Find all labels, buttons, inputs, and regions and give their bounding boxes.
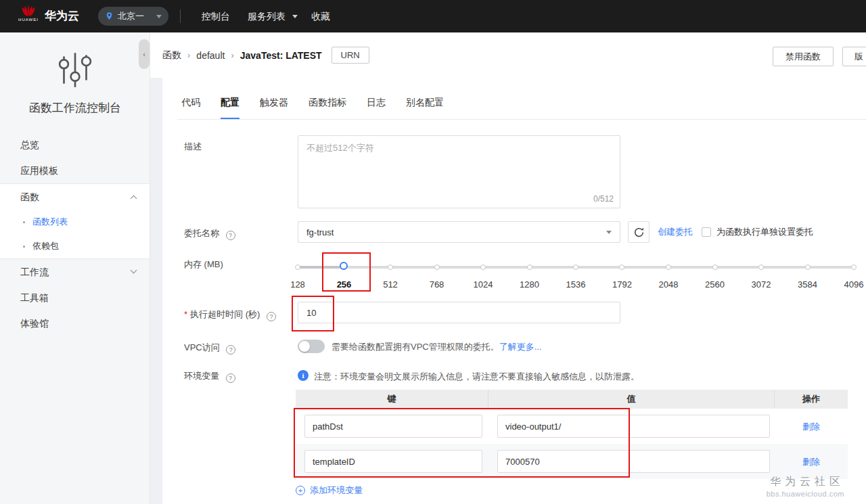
sidebar-item-overview[interactable]: 总览: [0, 132, 150, 158]
memory-stop-label-selected[interactable]: 256: [337, 279, 352, 290]
memory-stop-label[interactable]: 1792: [612, 279, 632, 290]
sidebar-item-workflow-label: 工作流: [20, 267, 49, 277]
sidebar-group-functions: 函数 函数列表 依赖包: [0, 183, 150, 259]
top-nav-bar: HUAWEI 华为云 北京一 控制台 服务列表 收藏: [0, 0, 866, 32]
tab-alias[interactable]: 别名配置: [406, 97, 444, 119]
disable-function-button[interactable]: 禁用函数: [773, 47, 834, 66]
slider-tick[interactable]: [388, 265, 393, 270]
sidebar-item-function-list-label: 函数列表: [32, 216, 68, 227]
help-icon[interactable]: ?: [226, 373, 235, 383]
required-asterisk: *: [184, 309, 187, 319]
memory-stop-label[interactable]: 4096: [844, 279, 864, 290]
breadcrumb-functions[interactable]: 函数: [162, 49, 181, 62]
sidebar-item-templates[interactable]: 应用模板: [0, 158, 150, 183]
description-textarea[interactable]: [298, 135, 620, 208]
slider-tick[interactable]: [851, 265, 857, 270]
vpc-label-text: VPC访问: [184, 342, 220, 352]
huawei-flower-icon: [15, 4, 42, 17]
timeout-label: *执行超时时间 (秒) ?: [184, 308, 276, 321]
chevron-down-icon: [292, 15, 298, 18]
urn-button[interactable]: URN: [332, 47, 369, 64]
help-icon[interactable]: ?: [226, 231, 235, 240]
memory-stop-label[interactable]: 3072: [752, 279, 771, 290]
memory-stop-label[interactable]: 128: [290, 279, 305, 290]
config-panel: 代码 配置 触发器 函数指标 日志 别名配置 描述 0/512 委托名称 ? f…: [162, 78, 866, 504]
memory-stop-label[interactable]: 768: [430, 279, 445, 290]
create-agency-link[interactable]: 创建委托: [658, 226, 693, 238]
nav-console[interactable]: 控制台: [202, 0, 230, 32]
tab-metrics[interactable]: 函数指标: [309, 97, 346, 119]
sidebar-item-function-list[interactable]: 函数列表: [0, 210, 150, 234]
tab-code[interactable]: 代码: [181, 97, 200, 119]
add-env-variable-button[interactable]: + 添加环境变量: [296, 484, 363, 497]
memory-stop-label[interactable]: 1280: [520, 279, 539, 290]
memory-stop-label[interactable]: 2560: [705, 279, 725, 290]
memory-stop-label[interactable]: 1024: [474, 279, 493, 290]
add-env-variable-label: 添加环境变量: [310, 484, 363, 497]
memory-stop-label[interactable]: 2048: [659, 279, 679, 290]
sidebar-item-workflow[interactable]: 工作流: [0, 259, 150, 285]
sidebar-item-experience[interactable]: 体验馆: [0, 311, 150, 336]
delete-row-link[interactable]: 删除: [802, 421, 820, 432]
env-value-input[interactable]: [497, 450, 770, 473]
learn-more-link[interactable]: 了解更多...: [499, 342, 542, 352]
huawei-logo[interactable]: HUAWEI: [15, 4, 42, 22]
table-row: 删除: [296, 409, 848, 444]
help-icon[interactable]: ?: [226, 345, 235, 354]
sidebar-item-functions[interactable]: 函数: [0, 184, 150, 210]
tab-triggers[interactable]: 触发器: [260, 97, 288, 119]
nav-favorites[interactable]: 收藏: [311, 0, 330, 32]
memory-stop-label[interactable]: 512: [383, 279, 398, 290]
sidebar-item-dependencies[interactable]: 依赖包: [0, 234, 150, 258]
slider-tick[interactable]: [434, 265, 440, 270]
slider-tick[interactable]: [573, 265, 578, 270]
toggle-knob: [299, 341, 310, 352]
tab-configuration[interactable]: 配置: [221, 97, 240, 119]
slider-tick[interactable]: [758, 265, 764, 270]
description-label: 描述: [184, 140, 202, 154]
env-key-input[interactable]: [304, 415, 482, 438]
watermark-url: bbs.huaweicloud.com: [767, 490, 844, 498]
env-notice: 注意：环境变量会明文展示所输入信息，请注意不要直接输入敏感信息，以防泄露。: [314, 371, 639, 383]
column-header-key: 键: [296, 390, 488, 409]
timeout-label-text: 执行超时时间 (秒): [190, 309, 260, 319]
sidebar-item-toolbox[interactable]: 工具箱: [0, 285, 150, 311]
memory-stop-label[interactable]: 1536: [566, 279, 586, 290]
agency-select[interactable]: fg-trust: [298, 221, 620, 243]
delete-row-link[interactable]: 删除: [802, 457, 820, 467]
timeout-input[interactable]: [298, 302, 620, 323]
help-icon[interactable]: ?: [267, 312, 276, 321]
refresh-button[interactable]: [628, 221, 650, 243]
plus-circle-icon: +: [296, 486, 305, 495]
agency-selected-value: fg-trust: [306, 227, 334, 237]
info-icon: i: [298, 370, 309, 381]
breadcrumb-separator: ›: [231, 50, 233, 60]
memory-stop-label[interactable]: 3584: [798, 279, 817, 290]
slider-tick[interactable]: [619, 265, 624, 270]
separate-agency-checkbox[interactable]: [702, 227, 711, 237]
slider-tick[interactable]: [666, 265, 671, 270]
column-header-operation: 操作: [775, 390, 848, 409]
vpc-label: VPC访问 ?: [184, 341, 235, 354]
chevron-down-icon: [131, 267, 137, 274]
refresh-icon: [633, 227, 645, 238]
brand-title[interactable]: 华为云: [45, 0, 79, 32]
slider-tick[interactable]: [480, 265, 486, 270]
slider-tick[interactable]: [527, 265, 532, 270]
sidebar-menu: 总览 应用模板 函数 函数列表 依赖包 工作流 工具箱 体验馆: [0, 132, 150, 336]
env-value-input[interactable]: [497, 415, 770, 438]
slider-tick[interactable]: [712, 265, 718, 270]
nav-service-list-label: 服务列表: [248, 11, 286, 22]
char-counter: 0/512: [593, 194, 614, 204]
breadcrumb-default[interactable]: default: [196, 50, 225, 61]
env-key-input[interactable]: [304, 450, 482, 473]
agency-label: 委托名称 ?: [184, 227, 235, 240]
region-selector[interactable]: 北京一: [98, 7, 168, 26]
nav-service-list[interactable]: 服务列表: [248, 0, 298, 32]
vpc-toggle[interactable]: [298, 340, 325, 353]
slider-tick[interactable]: [295, 265, 300, 270]
version-button[interactable]: 版: [842, 47, 866, 66]
memory-slider-handle[interactable]: [340, 262, 348, 270]
tab-logs[interactable]: 日志: [367, 97, 386, 119]
slider-tick[interactable]: [805, 265, 811, 270]
